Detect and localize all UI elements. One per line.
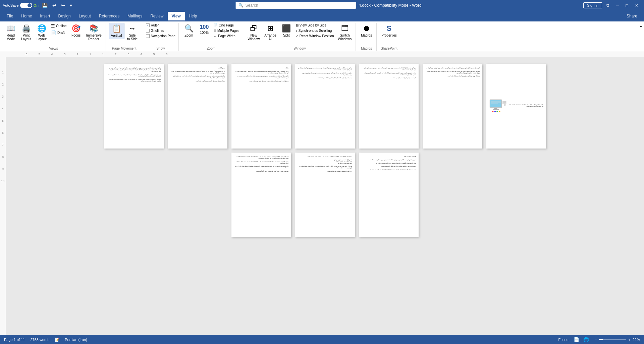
collapse-ribbon-button[interactable]: ▲ bbox=[638, 23, 644, 28]
gridlines-checkbox[interactable]: Gridlines bbox=[145, 28, 176, 33]
doc-page-5[interactable]: متن این صفحه شامل اطلاعات تخصصی در حوزه … bbox=[359, 64, 419, 149]
zoom-slider[interactable] bbox=[599, 339, 626, 340]
reset-window-icon: ⤢ bbox=[296, 34, 299, 38]
redo-button[interactable]: ↪ bbox=[60, 2, 66, 9]
doc-page-7[interactable]: رایانه شخصی و کاربردهای آن در دنیای امرو… bbox=[486, 64, 546, 149]
autosave-toggle[interactable] bbox=[20, 3, 32, 8]
one-page-icon: 📄 bbox=[214, 23, 218, 27]
view-side-by-side-icon: ⊟ bbox=[296, 23, 299, 27]
minimize-button[interactable]: ─ bbox=[613, 2, 622, 9]
split-button[interactable]: ⬛ Split bbox=[279, 23, 294, 39]
arrange-all-button[interactable]: ⊞ ArrangeAll bbox=[262, 23, 278, 42]
doc-page-6[interactable]: این بخش شامل تحلیل جامع موضوع اصلی سند م… bbox=[423, 64, 482, 149]
collapse-ribbon-area: ▲ bbox=[638, 23, 644, 51]
synchronous-scrolling-button[interactable]: ↕ Synchronous Scrolling bbox=[294, 28, 335, 33]
draft-button[interactable]: 📄 Draft bbox=[50, 30, 68, 36]
zoom-level[interactable]: 22% bbox=[633, 338, 640, 342]
view-side-by-side-button[interactable]: ⊟ View Side by Side bbox=[294, 23, 335, 28]
customize-qat-button[interactable]: ▾ bbox=[68, 2, 73, 9]
arrange-all-label: ArrangeAll bbox=[264, 34, 276, 41]
macros-group-label: Macros bbox=[359, 47, 374, 51]
switch-windows-button[interactable]: 🗔 SwitchWindows bbox=[336, 23, 354, 42]
focus-status[interactable]: Focus bbox=[558, 338, 568, 342]
language[interactable]: Persian (Iran) bbox=[65, 338, 87, 342]
close-button[interactable]: ✕ bbox=[632, 2, 641, 9]
document-area[interactable]: پیشنهادهای شغلی، شغل مورد پسند، مهارت ها… bbox=[6, 57, 644, 335]
focus-button[interactable]: 🎯 Focus bbox=[69, 23, 84, 39]
zoom-out-button[interactable]: − bbox=[594, 337, 597, 342]
switch-windows-label: SwitchWindows bbox=[338, 34, 352, 41]
zoom-button[interactable]: 🔍 Zoom bbox=[181, 23, 196, 39]
new-window-icon: 🗗 bbox=[250, 24, 257, 33]
vruler-8: 8 bbox=[2, 155, 4, 159]
tab-review[interactable]: Review bbox=[146, 12, 167, 20]
vruler-6: 6 bbox=[2, 131, 4, 134]
doc-page-8[interactable]: این بخش شامل اطلاعات تکمیلی و جزئیات بیش… bbox=[231, 153, 291, 237]
immersive-reader-button[interactable]: 📚 ImmersiveReader bbox=[84, 23, 104, 42]
ruler-checkbox[interactable]: Ruler bbox=[145, 23, 176, 28]
proofread-icon[interactable]: 📝 bbox=[55, 338, 59, 342]
outline-button[interactable]: ☰ Outline bbox=[50, 23, 68, 29]
page-info[interactable]: Page 1 of 11 bbox=[4, 338, 25, 342]
search-bar[interactable]: 🔍 Search bbox=[235, 2, 356, 9]
draft-icon: 📄 bbox=[51, 30, 56, 35]
restore-down-button[interactable]: ⧉ bbox=[603, 2, 612, 9]
outline-icon: ☰ bbox=[51, 23, 55, 28]
doc-page-1[interactable]: پیشنهادهای شغلی، شغل مورد پسند، مهارت ها… bbox=[104, 64, 164, 149]
web-layout-button[interactable]: 🌐 WebLayout bbox=[34, 23, 49, 42]
doc-page-4[interactable]: در این صفحه اطلاعات تکمیلی در مورد موضوع… bbox=[295, 64, 355, 149]
share-button[interactable]: Share bbox=[623, 12, 641, 20]
properties-icon: S bbox=[387, 24, 392, 33]
save-button[interactable]: 💾 bbox=[41, 2, 49, 9]
tab-layout[interactable]: Layout bbox=[75, 12, 95, 20]
doc-page-2[interactable]: سطر امتحانه: در این قسمت متن آزمایشی به … bbox=[168, 64, 227, 149]
tab-references[interactable]: References bbox=[95, 12, 123, 20]
reset-window-position-button[interactable]: ⤢ Reset Window Position bbox=[294, 34, 335, 39]
ribbon-group-page-movement: 📋 Vertical ↔️ Sideto Side Page Movement bbox=[107, 23, 142, 51]
read-mode-button[interactable]: 📖 ReadMode bbox=[3, 23, 18, 42]
doc-page-3[interactable]: مقاله: در این مقاله به بررسی موضوعات مخت… bbox=[231, 64, 291, 149]
page-width-button[interactable]: ↔ Page Width bbox=[212, 34, 241, 39]
side-to-side-button[interactable]: ↔️ Sideto Side bbox=[125, 23, 140, 42]
views-group-label: Views bbox=[3, 47, 104, 51]
zoom-bar: − + 22% bbox=[594, 337, 640, 342]
page-content-6: این بخش شامل تحلیل جامع موضوع اصلی سند م… bbox=[425, 67, 480, 145]
print-layout-status-button[interactable]: 📄 bbox=[572, 336, 581, 343]
tab-insert[interactable]: Insert bbox=[36, 12, 54, 20]
title-center: 🔍 Search 4.docx - Compatibility Mode - W… bbox=[235, 2, 422, 9]
doc-page-9[interactable]: محتوای این صفحه شامل اطلاعات تخصصی و فنی… bbox=[295, 153, 355, 237]
zoom-group-label: Zoom bbox=[181, 47, 241, 51]
word-count[interactable]: 2758 words bbox=[30, 338, 49, 342]
properties-button[interactable]: S Properties bbox=[379, 23, 399, 39]
zoom-100-icon: 100 bbox=[200, 24, 209, 30]
tab-help[interactable]: Help bbox=[185, 12, 201, 20]
svg-rect-6 bbox=[493, 109, 499, 110]
tab-design[interactable]: Design bbox=[54, 12, 74, 20]
horizontal-ruler: 6 5 4 3 2 1 1 2 3 4 5 6 bbox=[0, 51, 644, 57]
undo-button[interactable]: ↩ bbox=[51, 2, 58, 9]
print-layout-button[interactable]: 🖨️ PrintLayout bbox=[19, 23, 34, 42]
vertical-button[interactable]: 📋 Vertical bbox=[109, 23, 124, 39]
search-placeholder: Search bbox=[246, 3, 258, 8]
tab-mailings[interactable]: Mailings bbox=[123, 12, 146, 20]
tab-file[interactable]: File bbox=[3, 12, 17, 20]
zoom-100-button[interactable]: 100 100% bbox=[197, 23, 212, 36]
tab-home[interactable]: Home bbox=[17, 12, 36, 20]
new-window-button[interactable]: 🗗 NewWindow bbox=[246, 23, 262, 42]
zoom-in-button[interactable]: + bbox=[628, 337, 631, 342]
multiple-pages-button[interactable]: ⊞ Multiple Pages bbox=[212, 28, 241, 33]
maximize-button[interactable]: □ bbox=[623, 2, 631, 9]
doc-page-10[interactable]: فهرست منابع و مراجع: در این بخش فهرست کا… bbox=[359, 153, 419, 237]
vruler-5: 5 bbox=[2, 119, 4, 122]
vruler-9: 9 bbox=[2, 167, 4, 171]
show-group-label: Show bbox=[145, 47, 176, 51]
tab-view[interactable]: View bbox=[168, 12, 185, 20]
signin-button[interactable]: Sign in bbox=[583, 2, 602, 8]
web-layout-status-button[interactable]: 🌐 bbox=[582, 336, 590, 343]
navigation-pane-checkbox[interactable]: Navigation Pane bbox=[145, 34, 176, 39]
one-page-button[interactable]: 📄 One Page bbox=[212, 23, 241, 28]
title-bar-right: Sign in ⧉ ─ □ ✕ bbox=[583, 2, 641, 9]
vruler-1: 1 bbox=[2, 71, 4, 74]
macros-button[interactable]: ⏺ Macros bbox=[359, 23, 374, 39]
svg-point-17 bbox=[494, 111, 496, 112]
